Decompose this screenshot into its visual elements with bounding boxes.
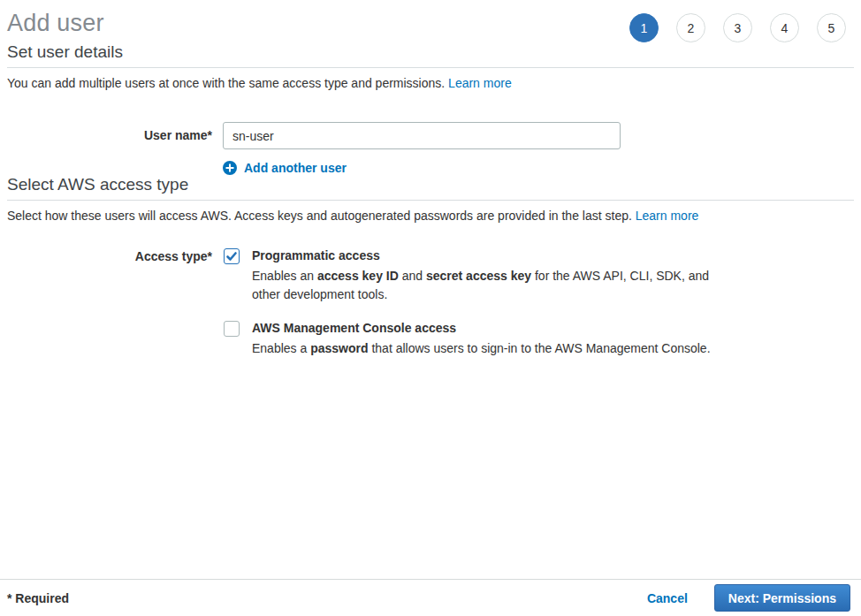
plus-circle-icon [223, 161, 237, 175]
section-heading-access-type: Select AWS access type [7, 175, 854, 194]
step-1: 1 [629, 13, 659, 42]
add-another-user-label: Add another user [244, 161, 347, 175]
access-type-label: Access type* [7, 247, 212, 263]
required-note: * Required [7, 591, 69, 605]
section-divider [7, 200, 854, 201]
learn-more-link-access-type[interactable]: Learn more [636, 209, 699, 223]
programmatic-access-option: Programmatic access Enables an access ke… [224, 247, 716, 304]
next-permissions-button[interactable]: Next: Permissions [714, 584, 850, 612]
step-3-label: 3 [735, 21, 742, 35]
step-indicator: 1 2 3 4 5 [629, 13, 846, 42]
footer-bar: * Required Cancel Next: Permissions [0, 579, 861, 616]
checkmark-icon [225, 250, 238, 262]
footer-row: * Required Cancel Next: Permissions [0, 580, 861, 616]
access-type-options: Programmatic access Enables an access ke… [224, 247, 716, 358]
step-2: 2 [676, 13, 705, 42]
page-header: Add user 1 2 3 4 5 [0, 0, 861, 42]
access-type-description: Select how these users will access AWS. … [7, 209, 854, 224]
programmatic-access-checkbox[interactable] [224, 248, 240, 264]
user-details-description-text: You can add multiple users at once with … [7, 76, 445, 90]
console-access-option: AWS Management Console access Enables a … [224, 320, 716, 358]
step-5: 5 [817, 13, 846, 42]
section-heading-user-details: Set user details [7, 42, 854, 62]
cancel-button[interactable]: Cancel [647, 591, 688, 605]
console-access-checkbox[interactable] [224, 321, 240, 337]
step-5-label: 5 [828, 21, 835, 35]
page-title: Add user [7, 9, 104, 37]
desc-segment: Enables a [252, 341, 310, 355]
add-another-user-link[interactable]: Add another user [223, 161, 861, 175]
add-user-page: Add user 1 2 3 4 5 Set user details You … [0, 0, 861, 616]
desc-segment: Enables an [252, 269, 317, 283]
desc-bold-segment: secret access key [426, 269, 531, 283]
username-label: User name* [7, 122, 212, 149]
desc-bold-segment: access key ID [317, 269, 399, 283]
programmatic-access-text: Programmatic access Enables an access ke… [252, 247, 716, 304]
step-2-label: 2 [688, 21, 695, 35]
learn-more-link-user-details[interactable]: Learn more [448, 76, 512, 90]
console-access-desc: Enables a password that allows users to … [252, 339, 711, 358]
step-1-label: 1 [641, 21, 648, 35]
desc-segment: that allows users to sign-in to the AWS … [369, 341, 711, 355]
user-details-description: You can add multiple users at once with … [7, 76, 854, 91]
desc-segment: and [399, 269, 426, 283]
step-3: 3 [723, 13, 752, 42]
username-row: User name* [0, 122, 861, 149]
programmatic-access-desc: Enables an access key ID and secret acce… [252, 267, 716, 304]
console-access-title: AWS Management Console access [252, 320, 711, 337]
step-4: 4 [770, 13, 799, 42]
desc-bold-segment: password [310, 341, 368, 355]
programmatic-access-title: Programmatic access [252, 247, 716, 264]
access-type-description-text: Select how these users will access AWS. … [7, 209, 632, 223]
step-4-label: 4 [781, 21, 789, 35]
section-divider [7, 67, 854, 68]
footer-actions: Cancel Next: Permissions [647, 584, 850, 612]
console-access-text: AWS Management Console access Enables a … [252, 320, 711, 358]
access-type-row: Access type* Programmatic access Enables… [0, 247, 861, 358]
username-input[interactable] [223, 122, 621, 149]
